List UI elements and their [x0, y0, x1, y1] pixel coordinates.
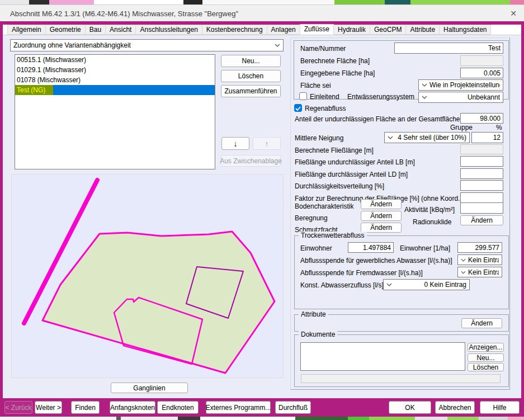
soil-label: Bodencharakteristik [295, 202, 353, 210]
inhabitants-per-ha-input[interactable] [457, 242, 502, 253]
tab-zufluesse[interactable]: Zuflüsse [300, 24, 334, 35]
list-item[interactable]: 00515.1 (Mischwasser) [15, 55, 215, 65]
next-button[interactable]: Weiter > [35, 401, 62, 414]
constant-inflow-value: 0 Kein Eintrag [394, 281, 466, 289]
impervious-input[interactable] [460, 113, 503, 124]
constant-inflow-label: Konst. Abwasserzufluss [l/s] [300, 281, 384, 289]
tab-geometrie[interactable]: Geometrie [45, 25, 86, 35]
background-app-strip-bottom [0, 417, 524, 420]
list-item[interactable]: 01078 (Mischwasser) [15, 75, 215, 85]
selected-item-highlight: Test (NG) [15, 85, 53, 95]
frame-right [521, 25, 524, 398]
delete-button[interactable]: Löschen [221, 70, 281, 82]
merge-button[interactable]: Zusammenführen [221, 85, 281, 97]
activity-label: Aktivität [kBq/m²] [404, 206, 455, 214]
documents-show-button[interactable]: Anzeigen... [468, 343, 504, 352]
tab-hydraulik[interactable]: Hydraulik [333, 25, 370, 35]
factor-input[interactable] [460, 192, 503, 203]
close-icon[interactable]: ✕ [508, 8, 518, 18]
chevron-down-icon [422, 83, 427, 87]
documents-delete-button[interactable]: Löschen [468, 363, 504, 371]
list-item-selected[interactable]: Test (NG) [15, 85, 215, 95]
permeability-input[interactable] [460, 180, 503, 191]
catchment-polygon [43, 232, 275, 373]
drainage-label: Entwässerungssystem [347, 93, 414, 101]
tab-ansicht[interactable]: Ansicht [105, 25, 136, 35]
area-mode-select[interactable]: Wie in Projekteinstellung [418, 79, 503, 91]
inflow-checkbox[interactable] [299, 92, 307, 100]
flow-button[interactable]: Durchfluß [275, 401, 311, 414]
documents-new-button[interactable]: Neu... [468, 353, 504, 362]
arrow-down-icon: ↓ [234, 139, 238, 148]
chevron-down-icon [422, 96, 427, 99]
commercial-value: Kein Eintrag [468, 256, 499, 264]
tab-attribute[interactable]: Attribute [405, 25, 440, 35]
lb-input[interactable] [460, 156, 503, 167]
documents-title: Dokumente [299, 331, 337, 338]
infiltration-select[interactable]: Kein Eintrag [457, 267, 502, 277]
sprinkling-label: Beregnung [295, 214, 328, 222]
move-up-button: ↑ [253, 137, 281, 150]
end-node-button[interactable]: Endknoten [157, 401, 199, 414]
tab-geocpm[interactable]: GeoCPM [370, 25, 406, 35]
permeability-label: Durchlässigkeitsverteilung [%] [295, 182, 384, 190]
cancel-button[interactable]: Abbrechen [435, 401, 475, 414]
new-button[interactable]: Neu... [221, 55, 281, 67]
title-bar: Abschnitt M6.42 1.3/1 (M6.42-M6.41) Misc… [0, 4, 524, 21]
tab-kostenberechnung[interactable]: Kostenberechnung [202, 25, 267, 35]
documents-list[interactable] [300, 342, 465, 371]
inhabitants-per-ha-label: Einwohner [1/ha] [400, 244, 450, 252]
drainage-select[interactable]: Unbekannt [418, 92, 503, 103]
list-item[interactable]: 01029.1 (Mischwasser) [15, 65, 215, 75]
soil-change-button[interactable]: Ändern [361, 199, 402, 209]
ganglinien-button[interactable]: Ganglinien [111, 383, 188, 393]
tab-anlagen[interactable]: Anlagen [267, 25, 300, 35]
chevron-down-icon [388, 136, 393, 139]
footer-bar: < Zurück Weiter > Finden Anfangsknoten E… [0, 398, 524, 417]
commercial-label: Abflussspende für gewerbliches Abwasser … [300, 257, 452, 265]
tab-haltungsdaten[interactable]: Haltungsdaten [439, 25, 491, 35]
ld-input[interactable] [460, 168, 503, 179]
infiltration-label: Abflussspende für Fremdwasser [l/(s.ha)] [300, 269, 423, 277]
area-mode-value: Wie in Projekteinstellung [429, 81, 500, 89]
name-label: Name/Nummer [300, 45, 346, 53]
document-path-field [301, 374, 501, 383]
pollution-change-button[interactable]: Ändern [361, 223, 402, 233]
inhabitants-label: Einwohner [300, 244, 332, 252]
entered-area-input[interactable] [460, 68, 503, 78]
arrow-up-icon: ↑ [265, 139, 269, 148]
rain-runoff-checkbox[interactable] [294, 104, 302, 112]
chevron-down-icon [386, 283, 392, 286]
back-button: < Zurück [4, 401, 32, 414]
tab-bau[interactable]: Bau [85, 25, 106, 35]
move-down-button[interactable]: ↓ [221, 137, 249, 150]
calc-area-label: Berechnete Fläche [ha] [300, 57, 370, 65]
attributes-change-button[interactable]: Ändern [461, 318, 502, 328]
sprinkling-change-button[interactable]: Ändern [361, 211, 402, 221]
tab-allgemein[interactable]: Allgemein [7, 25, 46, 35]
inflow-checkbox-label: Einleitend [310, 93, 339, 101]
find-button[interactable]: Finden [71, 401, 100, 414]
constant-inflow-select[interactable]: 0 Kein Eintrag [383, 279, 470, 290]
impervious-label: Anteil der undurchlässigen Fläche an der… [295, 115, 471, 123]
variant-select[interactable]: Zuordnung ohne Variantenabhängigkeit [10, 39, 284, 51]
start-node-button[interactable]: Anfangsknoten [110, 401, 155, 414]
slope-percent-input[interactable] [471, 132, 503, 143]
inhabitants-input[interactable] [348, 242, 394, 253]
help-button[interactable]: Hilfe [480, 401, 520, 414]
tab-anschlussleitungen[interactable]: Anschlussleitungen [135, 25, 202, 35]
inflow-list[interactable]: 00515.1 (Mischwasser) 01029.1 (Mischwass… [15, 54, 215, 169]
percent-header: % [496, 124, 502, 131]
ok-button[interactable]: OK [389, 401, 431, 414]
radionuclides-change-button[interactable]: Ändern [460, 215, 503, 225]
external-program-button[interactable]: Externes Programm... [206, 401, 271, 414]
commercial-select[interactable]: Kein Eintrag [457, 254, 502, 265]
activity-input[interactable] [460, 202, 503, 214]
slope-select[interactable]: 4 Sehr steil (über 10%) [384, 132, 470, 143]
name-input[interactable] [394, 43, 503, 54]
tab-strip: Allgemein Geometrie Bau Ansicht Anschlus… [3, 25, 521, 35]
catchment-map-preview [11, 174, 284, 378]
calc-flowlen-field [460, 144, 503, 154]
map-svg [12, 174, 283, 377]
variant-select-value: Zuordnung ohne Variantenabhängigkeit [13, 41, 272, 49]
